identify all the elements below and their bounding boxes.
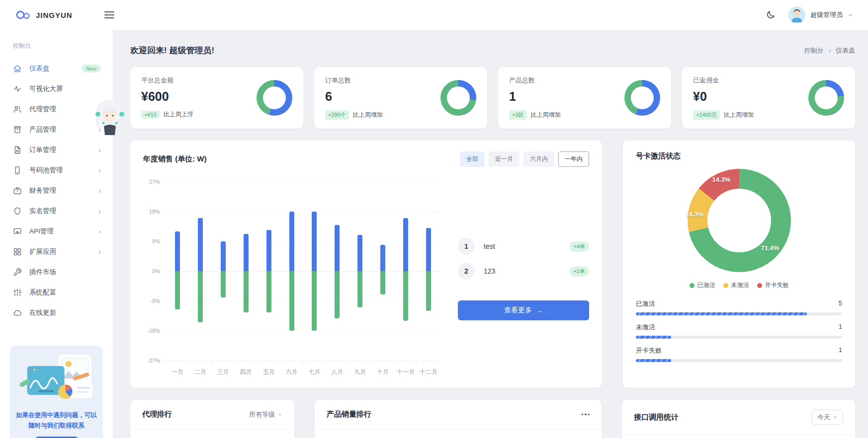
brand-logo: JINGYUN	[15, 9, 73, 21]
sidebar-item-label: 号码池管理	[29, 166, 63, 175]
sales-tab-近一月[interactable]: 近一月	[489, 151, 520, 167]
chevron-down-icon	[848, 12, 853, 18]
app-root: JINGYUN 超级管理员	[0, 0, 868, 438]
sidebar-item-label: 仪表盘	[29, 64, 50, 73]
x-tick-label: 二月	[189, 364, 212, 376]
stat-mini-donut-chart	[440, 80, 476, 116]
sales-tab-一年内[interactable]: 一年内	[558, 151, 589, 167]
x-tick-label: 十二月	[417, 364, 440, 376]
user-menu[interactable]: 超级管理员	[788, 6, 853, 23]
view-more-button[interactable]: 查看更多 →	[458, 300, 589, 320]
top-navbar: JINGYUN 超级管理员	[0, 0, 868, 30]
legend-item-开卡失败[interactable]: 开卡失败	[757, 281, 789, 290]
card-agent-ranking: 代理排行 所有等级 W-CARP 惊云官方店铺	[130, 400, 294, 438]
sidebar-item-仪表盘[interactable]: 仪表盘New	[0, 58, 113, 78]
bar-六月	[280, 182, 303, 361]
y-tick-label: -27%	[147, 358, 160, 364]
progress-bar	[636, 312, 842, 315]
cloud-icon	[13, 308, 22, 317]
sidebar-item-系统配置[interactable]: 系统配置	[0, 282, 113, 302]
card-activation-status: 号卡激活状态 71.4%14.3%14.3% 已激活 未激活 开卡失败 已激活 …	[623, 141, 855, 388]
users-icon	[13, 105, 22, 114]
home-icon	[13, 64, 22, 73]
sales-tab-六月内[interactable]: 六月内	[523, 151, 554, 167]
rank-list: 1 test +4单2 123 +2单	[458, 238, 589, 288]
legend-item-已激活[interactable]: 已激活	[690, 281, 715, 290]
x-tick-label: 七月	[303, 364, 326, 376]
mascot-character[interactable]	[91, 97, 128, 142]
agent-row[interactable]: W-CARP 惊云官方店铺	[130, 430, 294, 438]
stat-cards-row: 平台总金额 ¥600 +¥10 比上周上浮 订单总数 6 +290个 比上周增加…	[130, 67, 855, 129]
activity-icon	[13, 84, 22, 93]
x-tick-label: 十月	[371, 364, 394, 376]
monitor-icon	[13, 227, 22, 236]
activation-donut-chart	[688, 169, 791, 272]
bar-三月	[212, 182, 235, 361]
x-tick-label: 八月	[326, 364, 348, 376]
sidebar-item-在线更新[interactable]: 在线更新	[0, 302, 113, 323]
x-tick-label: 六月	[280, 364, 303, 376]
product-ranking-title: 产品销量排行	[327, 410, 371, 419]
x-tick-label: 四月	[235, 364, 258, 376]
bar-十二月	[417, 182, 440, 361]
user-name: 超级管理员	[810, 10, 843, 19]
rank-row-test[interactable]: 1 test +4单	[458, 238, 589, 255]
activation-donut-wrap: 71.4%14.3%14.3%	[688, 169, 791, 272]
sidebar-item-订单管理[interactable]: 订单管理›	[0, 140, 113, 160]
stat-note: 比上周增加	[724, 111, 754, 119]
rank-row-123[interactable]: 2 123 +2单	[458, 263, 589, 280]
stat-change-badge: +290个	[325, 110, 349, 120]
hamburger-menu-icon[interactable]	[104, 11, 114, 18]
x-tick-label: 五月	[258, 364, 280, 376]
cloud-logo-icon	[15, 9, 32, 21]
product-row[interactable]: 80G 移动鲸望卡 点击次数 ★★★★★	[315, 430, 602, 438]
breadcrumb-separator: ›	[829, 47, 831, 54]
sidebar-item-label: 系统配置	[29, 288, 56, 297]
bar-二月	[189, 182, 212, 361]
bar-十一月	[394, 182, 417, 361]
bar-九月	[348, 182, 371, 361]
api-period-select[interactable]: 今天	[812, 410, 843, 425]
sidebar-item-label: 财务管理	[29, 186, 56, 195]
stat-note: 比上周增加	[531, 111, 561, 119]
moon-icon	[766, 10, 776, 20]
sidebar-item-label: 实名管理	[29, 207, 56, 216]
ellipsis-menu-icon[interactable]	[582, 414, 590, 416]
progress-label: 未激活	[636, 323, 655, 332]
breadcrumb-item[interactable]: 仪表盘	[836, 46, 855, 55]
breadcrumb-item[interactable]: 控制台	[804, 46, 824, 55]
sidebar-item-实名管理[interactable]: 实名管理›	[0, 201, 113, 221]
donut-legend: 已激活 未激活 开卡失败	[636, 281, 842, 290]
sidebar-item-label: 扩展应用	[29, 247, 56, 256]
chart-y-axis: 27%18%9%0%-9%-18%-27%	[143, 182, 166, 361]
y-tick-label: 0%	[152, 268, 160, 274]
progress-bar	[636, 336, 842, 339]
bar-一月	[166, 182, 189, 361]
sales-range-tabs: 全部近一月六月内一年内	[460, 151, 589, 167]
sidebar-item-插件市场[interactable]: 插件市场	[0, 262, 113, 282]
agent-ranking-title: 代理排行	[142, 410, 172, 419]
chart-plot	[166, 182, 440, 361]
chevron-right-icon: ›	[98, 166, 101, 174]
file-icon	[13, 146, 22, 154]
sidebar-item-号码池管理[interactable]: 号码池管理›	[0, 160, 113, 180]
agent-level-filter[interactable]: 所有等级	[249, 410, 282, 419]
sidebar-item-财务管理[interactable]: 财务管理›	[0, 180, 113, 201]
dark-mode-toggle[interactable]	[766, 10, 776, 20]
y-tick-label: -18%	[147, 328, 160, 334]
sidebar-item-可视化大屏[interactable]: 可视化大屏	[0, 78, 113, 99]
sidebar-item-API管理[interactable]: API管理›	[0, 221, 113, 241]
y-tick-label: -9%	[150, 298, 160, 304]
card-product-ranking: 产品销量排行 80G 移动鲸望卡 点击次数 ★★★★★	[315, 400, 602, 438]
progress-label: 已激活	[636, 299, 655, 308]
bar-七月	[303, 182, 326, 361]
y-tick-label: 27%	[149, 179, 160, 185]
sidebar-item-扩展应用[interactable]: 扩展应用›	[0, 241, 113, 262]
sales-tab-全部[interactable]: 全部	[460, 151, 485, 167]
stat-note: 比上周增加	[353, 111, 383, 119]
sales-card-title: 年度销售 (单位: W)	[143, 154, 206, 164]
legend-item-未激活[interactable]: 未激活	[723, 281, 749, 290]
help-illustration	[18, 353, 95, 404]
x-tick-label: 九月	[348, 364, 371, 376]
annual-sales-card: 年度销售 (单位: W) 全部近一月六月内一年内 27%18%9%0%-9%-1…	[130, 141, 602, 388]
